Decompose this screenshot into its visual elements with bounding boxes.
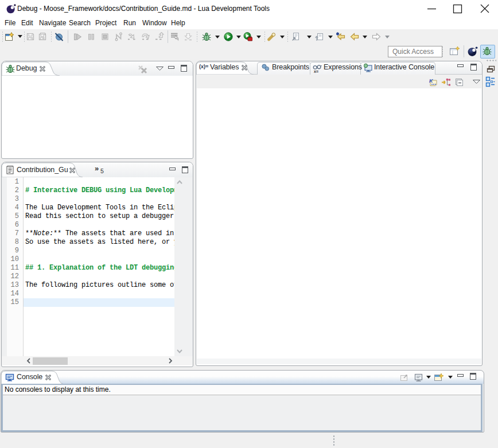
svg-text:x=: x= (314, 69, 318, 73)
